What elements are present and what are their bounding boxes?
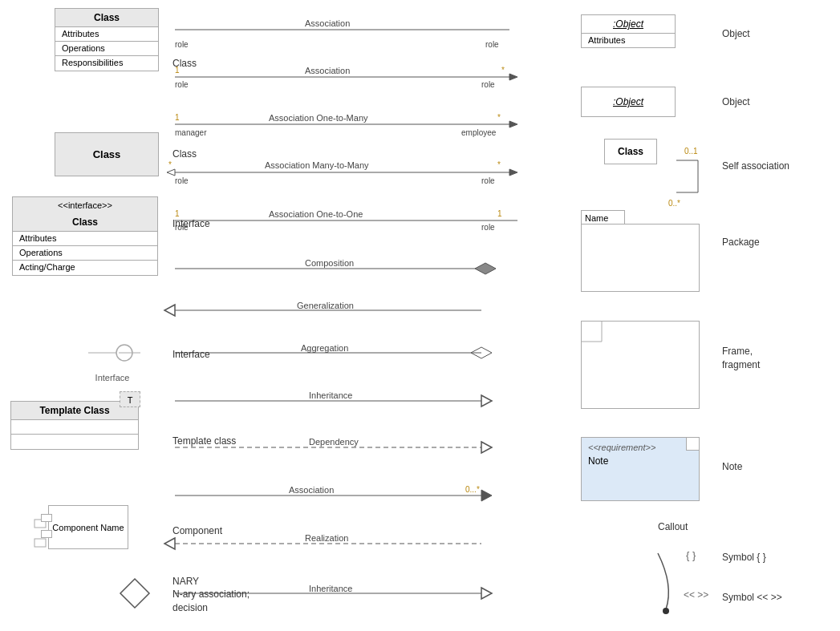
- svg-marker-5: [509, 121, 517, 127]
- role2-left: role: [175, 80, 189, 89]
- self-mult2: 0..*: [668, 199, 680, 208]
- symbol-brace-glyph: { }: [686, 549, 696, 561]
- class-simple: Class: [55, 132, 159, 176]
- lollipop-svg: [88, 337, 136, 377]
- object2-name: :Object: [582, 87, 675, 116]
- class-full-attributes: Attributes: [55, 27, 158, 42]
- nary-label: NARY: [172, 576, 199, 587]
- interface-class-name: Class: [13, 213, 157, 232]
- note-stereotype: <<requirement>>: [588, 443, 683, 452]
- mult4-right: *: [497, 160, 501, 169]
- template-main-box: Template Class: [10, 401, 139, 450]
- svg-marker-36: [120, 579, 149, 608]
- symbol-brace-label: Symbol { }: [722, 552, 766, 563]
- interface-operations: Operations: [13, 246, 157, 261]
- nary-diamond-svg: [119, 577, 151, 609]
- class-full: Class Attributes Operations Responsibili…: [55, 8, 159, 71]
- class-full-responsibilities: Responsibilities: [55, 56, 158, 71]
- package-label: Package: [722, 237, 760, 248]
- rel-onetomany: Association One-to-Many: [269, 113, 368, 123]
- interface-attributes: Attributes: [13, 232, 157, 246]
- rel-onetoone: Association One-to-One: [269, 209, 363, 219]
- mult5-right: 1: [497, 209, 502, 218]
- self-assoc-class: Class: [604, 139, 657, 164]
- rel-inheritance2: Inheritance: [309, 584, 352, 593]
- mult11-right: 0...*: [465, 485, 480, 494]
- component-icon-bottom: [41, 530, 52, 538]
- interface-class: <<interface>> Class Attributes Operation…: [12, 196, 158, 276]
- nary-sub-label: N-ary association;decision: [172, 588, 250, 615]
- template-section1: [11, 420, 138, 435]
- frame-label: Frame,fragment: [722, 345, 760, 372]
- nary-diamond-container: [119, 577, 151, 612]
- svg-marker-12: [475, 263, 496, 274]
- mult2-right: *: [501, 66, 505, 75]
- component-label: Component: [172, 525, 222, 536]
- svg-marker-7: [167, 169, 175, 176]
- svg-marker-24: [164, 538, 175, 549]
- rel-association1: Association: [305, 18, 350, 28]
- svg-point-35: [116, 345, 132, 361]
- rel-inheritance1: Inheritance: [309, 390, 352, 400]
- role5-right: role: [481, 223, 495, 232]
- class-simple-name: Class: [55, 133, 158, 176]
- svg-marker-8: [509, 169, 517, 176]
- rel-aggregation: Aggregation: [301, 343, 348, 353]
- object1-attributes: Attributes: [582, 33, 675, 47]
- object2: :Object: [581, 87, 676, 117]
- role2-right: role: [481, 80, 495, 89]
- role1-left: role: [175, 40, 189, 49]
- object1: :Object Attributes: [581, 14, 676, 48]
- svg-point-31: [663, 608, 669, 614]
- mult3-left: 1: [175, 113, 180, 122]
- rel-assoc-mult: Association: [289, 485, 334, 495]
- object1-name: :Object: [582, 15, 675, 33]
- interface2-main-label: Interface: [172, 349, 210, 360]
- self-mult1: 0..1: [684, 147, 698, 156]
- role4-left: role: [175, 176, 189, 185]
- role3-right: employee: [461, 128, 496, 137]
- template-class-container: T Template Class: [10, 393, 139, 442]
- interface-stereotype: <<interface>>: [13, 197, 157, 213]
- rel-generalization: Generalization: [297, 301, 354, 310]
- component-container: Component Name: [48, 505, 128, 549]
- self-assoc-name: Class: [618, 146, 643, 157]
- svg-marker-22: [481, 490, 492, 501]
- interface2-label: Interface: [88, 373, 136, 382]
- template-label: Template class: [172, 435, 236, 447]
- svg-marker-20: [481, 442, 492, 453]
- rel-realization: Realization: [305, 533, 348, 543]
- svg-marker-14: [164, 305, 175, 316]
- role5-left: role: [175, 223, 189, 232]
- role3-left: manager: [175, 128, 206, 137]
- symbol-guillemet-glyph: << >>: [684, 589, 708, 601]
- object1-label: Object: [722, 28, 750, 39]
- class2-label: Class: [172, 148, 197, 160]
- interface-lollipop: Interface: [88, 337, 136, 382]
- note-text: Note: [588, 455, 683, 467]
- mult3-right: *: [497, 113, 501, 122]
- mult5-left: 1: [175, 209, 180, 218]
- role1-right: role: [485, 40, 499, 49]
- interface-acting: Acting/Charge: [13, 261, 157, 275]
- diagram-area: Class Attributes Operations Responsibili…: [0, 0, 840, 631]
- svg-marker-18: [481, 395, 492, 407]
- note-box: <<requirement>> Note: [581, 437, 700, 501]
- callout-label: Callout: [658, 521, 688, 532]
- svg-marker-3: [509, 74, 517, 80]
- object2-label: Object: [722, 96, 750, 107]
- svg-marker-16: [471, 347, 492, 358]
- svg-rect-33: [34, 539, 46, 547]
- component-icon-top: [41, 514, 52, 522]
- component-name: Component Name: [52, 523, 124, 532]
- frame-fragment: [581, 321, 700, 409]
- rel-association2: Association: [305, 66, 350, 75]
- svg-marker-26: [481, 588, 492, 599]
- template-corner: T: [120, 391, 140, 407]
- note-label: Note: [722, 461, 742, 472]
- mult2-left: 1: [175, 66, 180, 75]
- rel-composition: Composition: [305, 258, 354, 268]
- class-full-operations: Operations: [55, 42, 158, 56]
- class-full-name: Class: [55, 9, 158, 27]
- role4-right: role: [481, 176, 495, 185]
